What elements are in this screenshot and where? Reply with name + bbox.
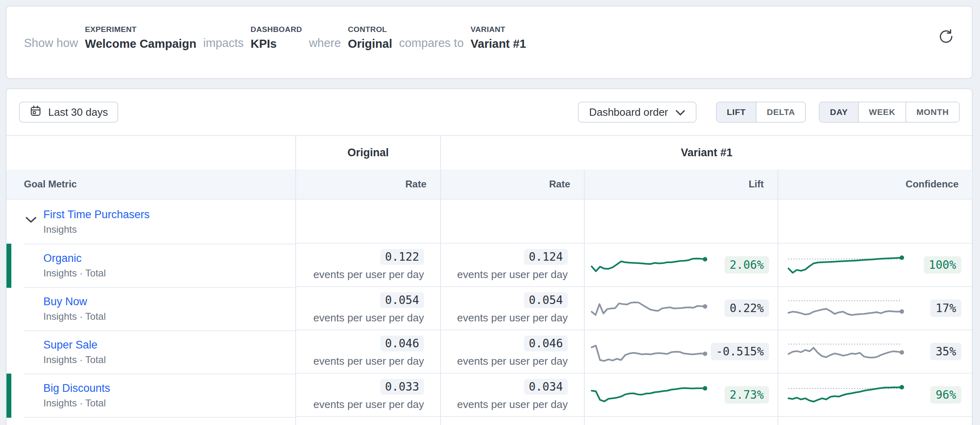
lift-cell: 2.06% [584, 244, 778, 287]
metric-subtitle: Insights · Total [43, 311, 106, 322]
metric-link[interactable]: Buy Now [43, 295, 106, 308]
confidence-cell: 100% [778, 244, 972, 287]
empty-cell [584, 200, 778, 244]
confidence-sparkline-chart [786, 338, 904, 365]
calendar-icon [30, 105, 42, 120]
toolbar-right-group: Dashboard order LIFT DELTA DAY WEEK MONT… [578, 102, 960, 123]
confidence-value: 100% [924, 256, 961, 274]
experiment-label: EXPERIMENT [85, 25, 196, 34]
variant-rate-cell: 0.046 events per user per day [440, 330, 584, 374]
variant-rate-value: 0.034 [524, 379, 568, 395]
chevron-down-icon [26, 218, 36, 224]
metric-goal-cell: Big Discounts Insights · Total [6, 374, 295, 417]
control-rate-cell: 0.046 events per user per day [295, 330, 440, 374]
show-how-text: Show how [24, 36, 78, 51]
confidence-cell: 17% [778, 287, 972, 330]
empty-cell [295, 417, 440, 425]
lift-sparkline-chart [589, 295, 707, 322]
control-rate-value: 0.054 [380, 292, 424, 308]
metric-group-link[interactable]: First Time Purchasers [43, 208, 150, 221]
confidence-cell: 96% [778, 374, 972, 417]
dashboard-label: DASHBOARD [251, 25, 302, 34]
lift-value: 2.73% [724, 386, 769, 404]
refresh-button[interactable] [937, 28, 954, 45]
confidence-sparkline-chart [786, 295, 904, 322]
significance-accent-bar [6, 244, 11, 288]
variant-group-header-row: Original Variant #1 [6, 136, 972, 170]
metric-rows-container: Organic Insights · Total 0.122 events pe… [6, 244, 972, 417]
confidence-value: 96% [930, 386, 961, 404]
variant-rate-value: 0.046 [524, 336, 568, 351]
metric-link[interactable]: Super Sale [43, 339, 106, 351]
query-sentence: Show how EXPERIMENT Welcome Campaign imp… [24, 25, 526, 51]
variant-rate-unit: events per user per day [457, 312, 568, 324]
metric-group-goal-cell: First Time Purchasers Insights [6, 200, 295, 244]
confidence-cell: 35% [778, 330, 972, 374]
report-panel: Last 30 days Dashboard order LIFT DELTA [6, 88, 973, 425]
chevron-down-icon [675, 106, 685, 119]
metric-goal-cell: Organic Insights · Total [6, 244, 295, 287]
variant-rate-value: 0.054 [524, 292, 568, 308]
confidence-value: 17% [930, 300, 961, 317]
metric-goal-cell: Buy Now Insights · Total [6, 287, 295, 330]
column-header-lift: Lift [584, 170, 778, 199]
dashboard-order-button[interactable]: Dashboard order [578, 102, 697, 123]
refresh-icon [938, 40, 954, 46]
variant-rate-cell: 0.054 events per user per day [440, 287, 584, 330]
control-selector[interactable]: CONTROL Original [348, 25, 392, 51]
empty-cell [440, 200, 584, 244]
lift-cell: 2.73% [584, 374, 778, 417]
experiment-selector[interactable]: EXPERIMENT Welcome Campaign [85, 25, 196, 51]
lift-delta-toggle: LIFT DELTA [716, 102, 806, 123]
date-range-button[interactable]: Last 30 days [19, 102, 118, 123]
empty-cell [6, 417, 295, 425]
empty-cell [778, 417, 972, 425]
column-header-control-rate: Rate [295, 170, 440, 199]
lift-value: -0.515% [711, 343, 769, 360]
metric-link[interactable]: Organic [43, 252, 106, 265]
control-rate-cell: 0.054 events per user per day [295, 287, 440, 330]
variant-selector[interactable]: VARIANT Variant #1 [471, 25, 526, 51]
lift-value: 2.06% [724, 256, 769, 274]
toggle-option-month[interactable]: MONTH [905, 102, 959, 122]
variant-rate-cell: 0.034 events per user per day [440, 374, 584, 417]
query-builder-panel: Show how EXPERIMENT Welcome Campaign imp… [6, 6, 973, 79]
lift-value: 0.22% [724, 300, 769, 317]
next-row-partial [6, 417, 972, 425]
metric-names: Buy Now Insights · Total [6, 295, 106, 322]
date-range-label: Last 30 days [48, 106, 108, 119]
empty-cell [295, 200, 440, 244]
collapse-group-button[interactable] [23, 214, 38, 226]
toggle-option-day[interactable]: DAY [820, 102, 858, 122]
significance-accent-bar [6, 374, 11, 418]
experiment-value[interactable]: Welcome Campaign [85, 37, 196, 51]
experiment-report-page: Show how EXPERIMENT Welcome Campaign imp… [0, 0, 980, 425]
variant-rate-unit: events per user per day [457, 268, 568, 281]
control-rate-value: 0.033 [380, 379, 424, 395]
control-label: CONTROL [348, 25, 392, 34]
lift-cell: 0.22% [584, 287, 778, 330]
lift-sparkline-chart [589, 252, 707, 278]
metric-subtitle: Insights · Total [43, 354, 106, 366]
dashboard-value[interactable]: KPIs [251, 37, 302, 51]
compares-to-text: compares to [399, 36, 464, 51]
control-value[interactable]: Original [348, 37, 392, 51]
variant-value[interactable]: Variant #1 [471, 37, 526, 51]
toggle-option-delta[interactable]: DELTA [756, 102, 805, 122]
empty-cell [778, 200, 972, 244]
metric-names: Big Discounts Insights · Total [6, 382, 110, 409]
where-text: where [309, 36, 341, 51]
metric-link[interactable]: Big Discounts [43, 382, 110, 395]
group-header-control: Original [295, 136, 440, 170]
toggle-option-lift[interactable]: LIFT [717, 102, 756, 122]
lift-sparkline-chart [589, 338, 707, 365]
toggle-option-week[interactable]: WEEK [858, 102, 905, 122]
metric-row-organic: Organic Insights · Total 0.122 events pe… [6, 244, 972, 287]
metric-row-super-sale: Super Sale Insights · Total 0.046 events… [6, 330, 972, 374]
dashboard-selector[interactable]: DASHBOARD KPIs [251, 25, 302, 51]
column-header-variant-rate: Rate [440, 170, 584, 199]
control-rate-unit: events per user per day [313, 268, 424, 281]
dashboard-order-label: Dashboard order [589, 106, 668, 119]
group-header-spacer [6, 136, 295, 170]
metric-subtitle: Insights · Total [43, 268, 106, 279]
